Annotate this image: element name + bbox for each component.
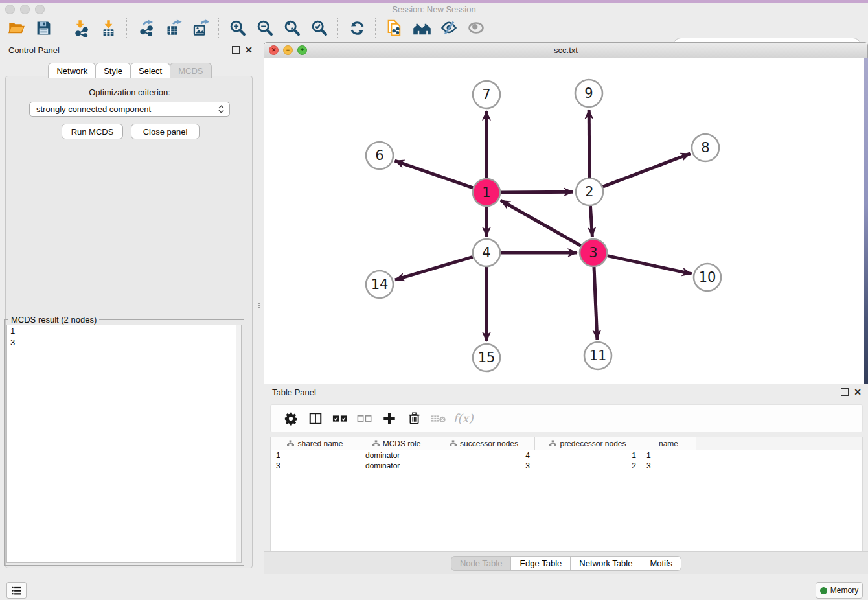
float-panel-icon[interactable] <box>232 46 240 54</box>
table-cell[interactable]: 1 <box>641 451 696 460</box>
table-cell[interactable]: 4 <box>433 451 535 460</box>
add-column-icon[interactable] <box>377 409 402 428</box>
toolbar-separator <box>375 18 376 38</box>
export-table-icon[interactable] <box>159 17 187 38</box>
svg-text:1: 1 <box>482 185 490 200</box>
column-header-successor-nodes[interactable]: successor nodes <box>433 437 535 450</box>
tab-mcds[interactable]: MCDS <box>170 63 211 78</box>
tab-node-table[interactable]: Node Table <box>451 556 512 571</box>
table-tabs-bar: Node TableEdge TableNetwork TableMotifs <box>264 551 868 574</box>
table-row[interactable]: 3dominator323 <box>271 461 862 471</box>
svg-text:6: 6 <box>375 148 383 163</box>
tab-network-table[interactable]: Network Table <box>570 556 641 571</box>
zoom-out-icon[interactable] <box>251 17 279 38</box>
refresh-layout-icon[interactable] <box>343 17 371 38</box>
table-cell[interactable]: 3 <box>271 461 360 470</box>
graph-node-14[interactable]: 14 <box>366 271 393 298</box>
graph-node-3[interactable]: 3 <box>580 239 607 266</box>
macos-titlebar: Session: New Session <box>0 3 868 16</box>
tab-edge-table[interactable]: Edge Table <box>510 556 571 571</box>
svg-text:14: 14 <box>371 277 389 292</box>
save-session-icon[interactable] <box>30 17 57 38</box>
hide-selected-icon[interactable] <box>435 17 463 38</box>
select-all-columns-icon[interactable] <box>328 409 352 428</box>
memory-button[interactable]: Memory <box>816 582 863 599</box>
first-neighbors-icon[interactable] <box>408 17 435 38</box>
import-table-icon[interactable] <box>95 17 122 38</box>
graph-edge-2-3[interactable] <box>590 206 592 237</box>
float-panel-icon[interactable] <box>841 388 849 396</box>
table-cell[interactable]: 3 <box>433 461 535 470</box>
graph-node-4[interactable]: 4 <box>473 239 500 266</box>
control-panel-title: Control Panel <box>8 45 60 55</box>
graph-edge-3-10[interactable] <box>608 256 692 274</box>
table-cell[interactable]: dominator <box>360 451 433 460</box>
export-network-icon[interactable] <box>132 17 159 38</box>
graph-edge-1-2[interactable] <box>501 192 573 192</box>
mcds-result-item[interactable]: 1 <box>7 325 241 337</box>
export-image-icon[interactable] <box>187 17 214 38</box>
graph-node-9[interactable]: 9 <box>575 80 602 107</box>
optimization-criterion-label: Optimization criterion: <box>0 87 259 97</box>
mcds-result-item[interactable]: 3 <box>7 337 241 349</box>
zoom-fit-icon[interactable] <box>279 17 306 38</box>
graph-edge-4-14[interactable] <box>395 257 473 280</box>
new-network-from-selection-icon[interactable] <box>381 17 408 38</box>
column-layout-icon[interactable] <box>303 409 328 428</box>
close-panel-icon[interactable]: ✕ <box>854 389 862 395</box>
graph-node-10[interactable]: 10 <box>694 264 721 291</box>
scrollbar-track[interactable] <box>236 325 241 562</box>
tab-motifs[interactable]: Motifs <box>641 556 681 571</box>
table-cell[interactable]: 3 <box>641 461 696 470</box>
table-row[interactable]: 1dominator411 <box>271 450 862 461</box>
graph-node-6[interactable]: 6 <box>366 142 393 169</box>
svg-text:4: 4 <box>482 245 490 260</box>
unselect-all-columns-icon[interactable] <box>352 409 377 428</box>
svg-text:2: 2 <box>585 184 593 200</box>
close-panel-icon[interactable]: ✕ <box>245 47 253 53</box>
graph-node-15[interactable]: 15 <box>473 344 500 371</box>
graph-edge-1-6[interactable] <box>395 161 474 188</box>
network-canvas[interactable]: 7968124314101511 <box>264 58 863 384</box>
graph-node-11[interactable]: 11 <box>584 342 611 369</box>
run-mcds-button[interactable]: Run MCDS <box>62 124 123 139</box>
zoom-selected-icon[interactable] <box>306 17 333 38</box>
mcds-result-title: MCDS result (2 nodes) <box>8 315 99 325</box>
column-header-MCDS-role[interactable]: MCDS role <box>360 437 433 450</box>
graph-node-8[interactable]: 8 <box>692 134 719 161</box>
open-session-icon[interactable] <box>3 17 30 38</box>
close-panel-button[interactable]: Close panel <box>131 124 200 139</box>
node-table-header: shared nameMCDS rolesuccessor nodesprede… <box>271 437 862 450</box>
graph-edge-2-8[interactable] <box>603 154 691 187</box>
table-cell[interactable]: 1 <box>271 451 360 460</box>
svg-text:8: 8 <box>701 140 709 156</box>
mcds-result-group: MCDS result (2 nodes) 13 <box>4 319 244 566</box>
column-header-predecessor-nodes[interactable]: predecessor nodes <box>535 437 641 450</box>
delete-column-icon[interactable] <box>402 409 426 428</box>
table-cell[interactable]: 1 <box>535 451 641 460</box>
graph-edge-3-1[interactable] <box>501 200 581 246</box>
show-all-icon[interactable] <box>463 17 490 38</box>
column-header-name[interactable]: name <box>641 437 696 450</box>
column-header-shared-name[interactable]: shared name <box>271 437 360 450</box>
graph-node-2[interactable]: 2 <box>576 178 603 205</box>
graph-edge-3-11[interactable] <box>594 267 597 340</box>
mcds-result-list[interactable]: 13 <box>6 325 242 563</box>
network-window-titlebar[interactable]: ✕ − + scc.txt <box>264 43 867 58</box>
zoom-in-icon[interactable] <box>224 17 251 38</box>
graph-node-7[interactable]: 7 <box>473 81 500 108</box>
criterion-dropdown[interactable]: strongly connected component <box>29 102 230 117</box>
panel-splitter-handle[interactable] <box>257 303 260 314</box>
toolbar-separator <box>218 18 220 38</box>
graph-node-1[interactable]: 1 <box>473 179 500 206</box>
tab-select[interactable]: Select <box>130 63 170 78</box>
svg-text:15: 15 <box>478 350 496 365</box>
import-network-icon[interactable] <box>67 17 95 38</box>
tab-style[interactable]: Style <box>95 63 131 78</box>
tab-network[interactable]: Network <box>48 63 96 78</box>
graph-edge-2-9[interactable] <box>589 110 589 178</box>
task-history-button[interactable] <box>6 582 27 599</box>
table-cell[interactable]: dominator <box>360 461 433 470</box>
table-settings-icon[interactable] <box>279 409 303 428</box>
table-cell[interactable]: 2 <box>535 461 641 470</box>
